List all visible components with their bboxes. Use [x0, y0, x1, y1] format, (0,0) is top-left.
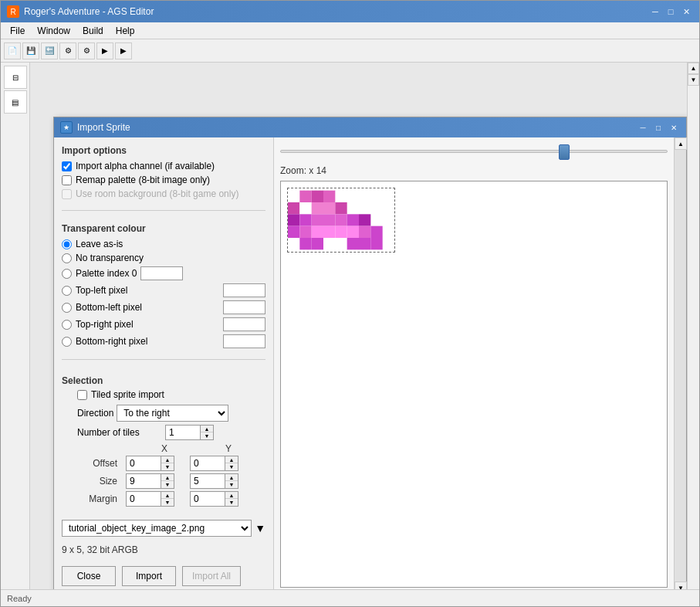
offset-row: Offset ▲ ▼ — [62, 456, 265, 471]
menu-help[interactable]: Help — [110, 24, 141, 37]
bottom-left-input[interactable] — [223, 300, 265, 314]
offset-y-spinners: ▲ ▼ — [225, 456, 238, 471]
size-x-input[interactable] — [126, 473, 161, 489]
zoom-thumb[interactable] — [559, 144, 570, 160]
right-scroll-down[interactable]: ▼ — [688, 74, 699, 86]
remap-palette-row: Remap palette (8-bit image only) — [62, 173, 265, 187]
no-transparency-radio[interactable] — [62, 253, 72, 263]
title-bar-controls[interactable]: ─ □ ✕ — [648, 5, 693, 19]
close-button[interactable]: Close — [62, 566, 116, 586]
offset-x-up[interactable]: ▲ — [161, 456, 174, 463]
right-scroll-up[interactable]: ▲ — [688, 63, 699, 74]
close-button[interactable]: ✕ — [679, 5, 693, 19]
svg-rect-39 — [323, 238, 335, 249]
palette-index-input[interactable] — [140, 266, 183, 280]
tiled-import-checkbox[interactable] — [77, 390, 87, 400]
bottom-right-label: Bottom-right pixel — [76, 336, 147, 347]
margin-y-down[interactable]: ▼ — [225, 499, 238, 506]
margin-x-down[interactable]: ▼ — [161, 499, 174, 506]
toolbar-btn-3[interactable]: 🔙 — [41, 42, 58, 59]
svg-rect-41 — [347, 238, 359, 249]
top-right-radio[interactable] — [62, 320, 72, 330]
margin-y-input[interactable] — [190, 491, 225, 507]
offset-y-field: ▲ ▼ — [190, 456, 248, 471]
svg-rect-33 — [359, 226, 370, 238]
modal-restore-button[interactable]: □ — [652, 121, 664, 134]
sprite-svg — [287, 188, 395, 253]
sidebar-panel-icon[interactable]: ▤ — [4, 90, 27, 114]
num-tiles-up[interactable]: ▲ — [201, 426, 213, 432]
svg-rect-16 — [370, 202, 382, 214]
offset-y-down[interactable]: ▼ — [225, 463, 238, 470]
scroll-up-button[interactable]: ▲ — [675, 137, 687, 150]
toolbar-btn-1[interactable]: 📄 — [4, 42, 21, 59]
sidebar-tree-icon[interactable]: ⊟ — [4, 66, 27, 89]
menu-build[interactable]: Build — [76, 24, 110, 37]
modal-minimize-button[interactable]: ─ — [637, 121, 649, 134]
minimize-button[interactable]: ─ — [648, 5, 662, 19]
size-y-down[interactable]: ▼ — [225, 481, 238, 488]
selection-section: Selection Tiled sprite import Direction — [62, 375, 265, 509]
toolbar-btn-4[interactable]: ⚙ — [59, 42, 76, 59]
num-tiles-field: ▲ ▼ — [165, 425, 223, 440]
offset-x-down[interactable]: ▼ — [161, 463, 174, 470]
margin-y-up[interactable]: ▲ — [225, 492, 238, 499]
svg-rect-37 — [299, 238, 311, 249]
size-y-up[interactable]: ▲ — [225, 474, 238, 481]
direction-row: Direction To the right Downwards — [62, 405, 265, 422]
size-y-field: ▲ ▼ — [190, 473, 248, 489]
modal-controls[interactable]: ─ □ ✕ — [637, 121, 680, 134]
offset-x-input[interactable] — [126, 456, 161, 471]
num-tiles-down[interactable]: ▼ — [201, 432, 213, 439]
size-x-down[interactable]: ▼ — [161, 481, 174, 488]
toolbar-btn-6[interactable]: ▶ — [96, 42, 113, 59]
transparent-colour-section: Transparent colour Leave as-is No transp… — [62, 223, 265, 350]
top-right-input[interactable] — [223, 317, 265, 331]
menu-window[interactable]: Window — [31, 24, 76, 37]
svg-rect-42 — [359, 238, 370, 249]
import-sprite-modal: ★ Import Sprite ─ □ ✕ — [53, 117, 687, 589]
svg-rect-28 — [299, 226, 311, 238]
bottom-left-radio[interactable] — [62, 303, 72, 313]
app-title: Roger's Adventure - AGS Editor — [24, 6, 154, 17]
modal-overlay: ★ Import Sprite ─ □ ✕ — [30, 63, 687, 589]
svg-rect-43 — [370, 238, 382, 249]
modal-close-button[interactable]: ✕ — [668, 121, 680, 134]
leave-as-is-radio[interactable] — [62, 239, 72, 249]
dropdown-icon[interactable]: ▼ — [255, 522, 265, 534]
bottom-right-input[interactable] — [223, 334, 265, 348]
svg-rect-27 — [288, 226, 299, 238]
svg-rect-6 — [359, 191, 370, 202]
scroll-down-button[interactable]: ▼ — [675, 582, 687, 589]
menu-file[interactable]: File — [4, 24, 31, 37]
offset-y-up[interactable]: ▲ — [225, 456, 238, 463]
file-path-select[interactable]: tutorial_object_key_image_2.png — [62, 520, 252, 537]
import-button[interactable]: Import — [122, 566, 176, 586]
margin-x-input[interactable] — [126, 491, 161, 507]
size-x-up[interactable]: ▲ — [161, 474, 174, 481]
svg-rect-13 — [335, 202, 347, 214]
size-x-spinners: ▲ ▼ — [161, 473, 174, 489]
import-all-button[interactable]: Import All — [182, 566, 241, 586]
margin-x-up[interactable]: ▲ — [161, 492, 174, 499]
offset-y-input[interactable] — [190, 456, 225, 471]
top-left-input[interactable] — [223, 283, 265, 297]
scroll-track[interactable] — [675, 150, 686, 582]
svg-rect-2 — [312, 191, 323, 202]
offset-x-field: ▲ ▼ — [126, 456, 184, 471]
toolbar-btn-2[interactable]: 💾 — [22, 42, 39, 59]
top-left-radio[interactable] — [62, 286, 72, 296]
size-y-input[interactable] — [190, 473, 225, 489]
palette-index-radio[interactable] — [62, 269, 72, 279]
remap-palette-checkbox[interactable] — [62, 175, 72, 185]
num-tiles-input[interactable] — [165, 425, 200, 440]
content-area: ★ Import Sprite ─ □ ✕ — [30, 63, 687, 589]
svg-rect-22 — [335, 214, 347, 226]
direction-select[interactable]: To the right Downwards — [117, 405, 228, 422]
alpha-channel-checkbox[interactable] — [62, 161, 72, 171]
bottom-right-radio[interactable] — [62, 337, 72, 347]
maximize-button[interactable]: □ — [664, 5, 678, 19]
svg-rect-14 — [347, 202, 359, 214]
toolbar-btn-5[interactable]: ⚙ — [78, 42, 95, 59]
toolbar-btn-7[interactable]: ▶ — [115, 42, 132, 59]
